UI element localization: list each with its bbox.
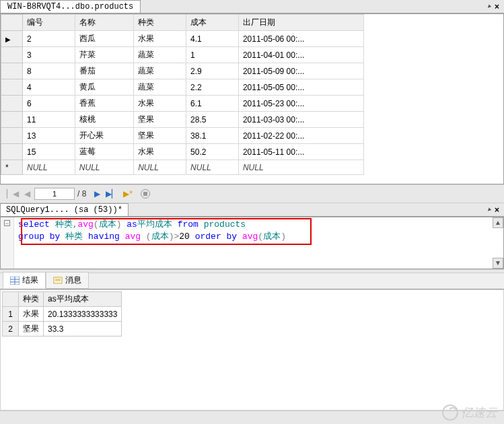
result-row[interactable]: 2坚果33.3 bbox=[3, 322, 122, 336]
result-grid[interactable]: 种类 as平均成本 1水果20.1333333333333 2坚果33.3 bbox=[2, 291, 122, 336]
table-row[interactable]: 11核桃坚果28.52011-03-03 00:... bbox=[1, 112, 364, 128]
header-row: 编号 名称 种类 成本 出厂日期 bbox=[1, 15, 364, 31]
col-cost[interactable]: 成本 bbox=[186, 15, 239, 31]
messages-tab-label: 消息 bbox=[65, 275, 81, 286]
record-navigator: ▏◀ ◀ / 8 ▶ ▶▏ ▶* bbox=[0, 184, 504, 203]
first-record-button[interactable]: ▏◀ bbox=[5, 189, 20, 199]
result-col-avg[interactable]: as平均成本 bbox=[44, 292, 122, 307]
result-col-kind[interactable]: 种类 bbox=[19, 292, 44, 307]
table-row[interactable]: 6香蕉水果6.12011-05-23 00:... bbox=[1, 96, 364, 112]
message-icon bbox=[53, 277, 63, 285]
result-tab-bar: 结果 消息 bbox=[0, 273, 504, 289]
last-record-button[interactable]: ▶▏ bbox=[104, 189, 119, 199]
next-record-button[interactable]: ▶ bbox=[93, 189, 102, 199]
result-header-row: 种类 as平均成本 bbox=[3, 292, 122, 307]
new-row-icon: * bbox=[1, 160, 23, 175]
record-position-input[interactable] bbox=[34, 188, 75, 200]
close-icon[interactable]: × bbox=[493, 2, 501, 11]
sql-editor[interactable]: − select 种类,avg(成本) as平均成本 from products… bbox=[0, 217, 504, 269]
new-record-button[interactable]: ▶* bbox=[122, 189, 134, 199]
data-grid-tab-bar: WIN-B8RVQT4...dbo.products ▾ × bbox=[0, 0, 504, 13]
data-grid[interactable]: 编号 名称 种类 成本 出厂日期 ▶2西瓜水果4.12011-05-06 00:… bbox=[1, 14, 364, 175]
scroll-down-icon[interactable]: ▼ bbox=[493, 258, 503, 269]
data-grid-tab[interactable]: WIN-B8RVQT4...dbo.products bbox=[0, 0, 141, 13]
stop-button[interactable] bbox=[141, 189, 150, 199]
results-tab-label: 结果 bbox=[22, 275, 38, 286]
prev-record-button[interactable]: ◀ bbox=[23, 189, 32, 199]
table-row[interactable]: 15蓝莓水果50.22011-05-11 00:... bbox=[1, 144, 364, 160]
corner-cell bbox=[3, 292, 19, 307]
messages-tab[interactable]: 消息 bbox=[46, 272, 89, 289]
table-row[interactable]: ▶2西瓜水果4.12011-05-06 00:... bbox=[1, 31, 364, 47]
fold-icon[interactable]: − bbox=[4, 220, 10, 226]
col-id[interactable]: 编号 bbox=[23, 15, 75, 31]
sql-editor-tab[interactable]: SQLQuery1.... (sa (53))* bbox=[0, 203, 129, 216]
col-kind[interactable]: 种类 bbox=[134, 15, 186, 31]
result-grid-panel: 种类 as平均成本 1水果20.1333333333333 2坚果33.3 bbox=[0, 289, 504, 411]
col-date[interactable]: 出厂日期 bbox=[238, 15, 363, 31]
results-tab[interactable]: 结果 bbox=[3, 272, 46, 289]
code-gutter: − bbox=[1, 217, 14, 269]
row-cursor-icon: ▶ bbox=[5, 36, 11, 43]
col-name[interactable]: 名称 bbox=[75, 15, 133, 31]
data-grid-panel: 编号 名称 种类 成本 出厂日期 ▶2西瓜水果4.12011-05-06 00:… bbox=[0, 13, 504, 184]
status-bar bbox=[0, 411, 504, 424]
table-row[interactable]: 8番茄蔬菜2.92011-05-09 00:... bbox=[1, 63, 364, 79]
sql-editor-tab-bar: SQLQuery1.... (sa (53))* ▾ × bbox=[0, 203, 504, 217]
corner-cell bbox=[1, 15, 23, 31]
close-icon[interactable]: × bbox=[493, 205, 501, 215]
grid-icon bbox=[10, 277, 20, 285]
table-row[interactable]: 3芹菜蔬菜12011-04-01 00:... bbox=[1, 47, 364, 63]
table-row[interactable]: 13开心果坚果38.12011-02-22 00:... bbox=[1, 128, 364, 144]
result-row[interactable]: 1水果20.1333333333333 bbox=[3, 307, 122, 322]
table-row[interactable]: 4黄瓜蔬菜2.22011-05-05 00:... bbox=[1, 79, 364, 96]
sql-code[interactable]: select 种类,avg(成本) as平均成本 from products g… bbox=[18, 219, 286, 243]
scroll-up-icon[interactable]: ▲ bbox=[493, 217, 503, 228]
new-row[interactable]: *NULLNULLNULLNULLNULL bbox=[1, 160, 364, 175]
record-total: / 8 bbox=[77, 189, 86, 199]
